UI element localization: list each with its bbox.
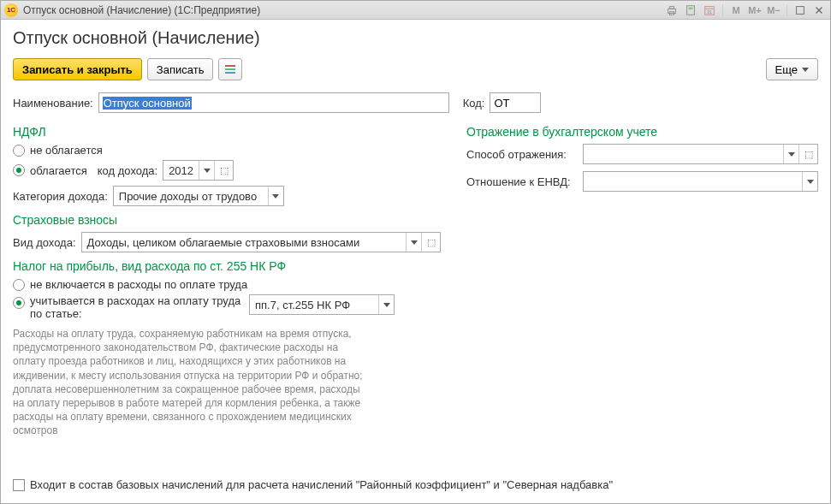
- method-value: [584, 145, 783, 163]
- window-title: Отпуск основной (Начисление) (1С:Предпри…: [23, 4, 664, 16]
- window: 1C Отпуск основной (Начисление) (1С:Пред…: [0, 0, 831, 504]
- envd-label: Отношение к ЕНВД:: [466, 175, 578, 188]
- name-value: Отпуск основной: [103, 97, 192, 110]
- ndfl-not-taxed-row[interactable]: не облагается: [13, 144, 441, 157]
- calculator-icon[interactable]: [683, 3, 698, 17]
- page-title: Отпуск основной (Начисление): [13, 28, 818, 48]
- insurance-heading: Страховые взносы: [13, 213, 441, 227]
- dropdown-icon[interactable]: [378, 295, 394, 314]
- separator: [722, 4, 723, 16]
- name-input[interactable]: Отпуск основной: [98, 92, 449, 113]
- footer-row: Входит в состав базовых начислений для р…: [13, 478, 818, 491]
- list-icon: [225, 65, 235, 74]
- pt-article-value: пп.7, ст.255 НК РФ: [250, 295, 378, 314]
- svg-rect-8: [797, 6, 804, 14]
- close-icon[interactable]: [811, 3, 827, 17]
- not-taxed-label: не облагается: [30, 144, 103, 157]
- open-icon[interactable]: ⬚: [421, 233, 440, 252]
- open-icon[interactable]: ⬚: [798, 145, 817, 163]
- print-icon[interactable]: [664, 3, 680, 17]
- insurance-type-label: Вид дохода:: [13, 236, 76, 249]
- envd-value: [584, 172, 802, 191]
- radio-not-taxed[interactable]: [13, 145, 25, 157]
- svg-rect-1: [669, 6, 674, 9]
- profit-tax-heading: Налог на прибыль, вид расхода по ст. 255…: [13, 259, 441, 273]
- titlebar-controls: 31 M M+ M−: [664, 3, 827, 17]
- calendar-icon[interactable]: 31: [702, 3, 717, 17]
- radio-taxed[interactable]: [13, 164, 25, 176]
- save-button[interactable]: Записать: [147, 58, 214, 80]
- save-and-close-button[interactable]: Записать и закрыть: [13, 58, 142, 80]
- content: Отпуск основной (Начисление) Записать и …: [1, 20, 830, 503]
- list-icon-button[interactable]: [218, 58, 242, 80]
- ndfl-taxed-row[interactable]: облагается код дохода: 2012 ⬚: [13, 160, 441, 181]
- app-icon: 1C: [4, 3, 18, 17]
- name-label: Наименование:: [13, 97, 93, 110]
- memory-mplus-button[interactable]: M+: [747, 3, 763, 17]
- envd-select[interactable]: [583, 171, 818, 192]
- insurance-type-select[interactable]: Доходы, целиком облагаемые страховыми вз…: [81, 232, 441, 252]
- dropdown-icon[interactable]: [802, 172, 817, 191]
- category-row: Категория дохода: Прочие доходы от трудо…: [13, 186, 441, 206]
- method-row: Способ отражения: ⬚: [466, 144, 818, 164]
- ndfl-heading: НДФЛ: [13, 125, 441, 139]
- radio-pt-not-included[interactable]: [13, 279, 25, 291]
- svg-rect-3: [687, 5, 695, 15]
- pt-not-included-label: не включается в расходы по оплате труда: [30, 278, 247, 291]
- titlebar: 1C Отпуск основной (Начисление) (1С:Пред…: [1, 1, 830, 20]
- base-accruals-checkbox[interactable]: [13, 479, 25, 491]
- pt-article-select[interactable]: пп.7, ст.255 НК РФ: [249, 294, 395, 315]
- category-value: Прочие доходы от трудово: [114, 187, 268, 205]
- open-icon[interactable]: ⬚: [214, 161, 233, 180]
- accounting-heading: Отражение в бухгалтерском учете: [466, 125, 818, 139]
- base-accruals-label: Входит в состав базовых начислений для р…: [30, 478, 613, 491]
- income-code-value: 2012: [163, 161, 199, 180]
- taxed-label: облагается: [30, 164, 87, 177]
- memory-mminus-button[interactable]: M−: [766, 3, 781, 17]
- separator: [786, 4, 787, 16]
- two-columns: НДФЛ не облагается облагается код дохода…: [13, 120, 818, 438]
- toolbar: Записать и закрыть Записать Еще: [13, 58, 818, 80]
- insurance-type-value: Доходы, целиком облагаемые страховыми вз…: [82, 233, 406, 252]
- category-label: Категория дохода:: [13, 190, 108, 203]
- pt-not-included-row[interactable]: не включается в расходы по оплате труда: [13, 278, 441, 291]
- category-select[interactable]: Прочие доходы от трудово: [113, 186, 284, 206]
- right-column: Отражение в бухгалтерском учете Способ о…: [466, 120, 818, 438]
- income-code-label: код дохода:: [98, 164, 157, 177]
- method-select[interactable]: ⬚: [583, 144, 818, 164]
- left-column: НДФЛ не облагается облагается код дохода…: [13, 120, 441, 438]
- method-label: Способ отражения:: [466, 148, 578, 161]
- radio-pt-included[interactable]: [13, 297, 25, 309]
- svg-text:31: 31: [707, 9, 712, 14]
- minimize-icon[interactable]: [792, 3, 808, 17]
- name-row: Наименование: Отпуск основной Код:: [13, 92, 818, 113]
- dropdown-icon[interactable]: [406, 233, 421, 252]
- pt-included-row[interactable]: учитывается в расходах на оплату труда п…: [13, 294, 441, 320]
- envd-row: Отношение к ЕНВД:: [466, 171, 818, 192]
- pt-included-label: учитывается в расходах на оплату труда п…: [30, 294, 244, 320]
- memory-m-button[interactable]: M: [728, 3, 744, 17]
- dropdown-icon[interactable]: [268, 187, 283, 205]
- more-button[interactable]: Еще: [766, 58, 818, 80]
- dropdown-icon[interactable]: [783, 145, 798, 163]
- insurance-type-row: Вид дохода: Доходы, целиком облагаемые с…: [13, 232, 441, 252]
- income-code-select[interactable]: 2012 ⬚: [163, 160, 234, 181]
- dropdown-icon[interactable]: [199, 161, 214, 180]
- code-label: Код:: [463, 97, 485, 110]
- profit-tax-hint: Расходы на оплату труда, сохраняемую раб…: [13, 327, 372, 438]
- svg-rect-4: [688, 7, 692, 9]
- code-input[interactable]: [490, 92, 541, 113]
